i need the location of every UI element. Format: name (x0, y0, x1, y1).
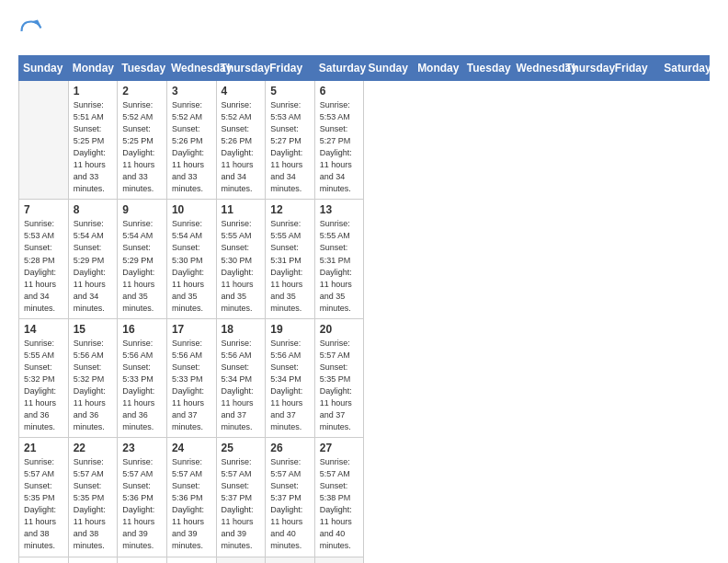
day-info: Sunrise: 5:52 AMSunset: 5:26 PMDaylight:… (172, 99, 211, 195)
day-number: 4 (222, 85, 261, 98)
logo (18, 18, 48, 44)
day-info: Sunrise: 5:55 AMSunset: 5:30 PMDaylight:… (222, 218, 261, 314)
calendar-week-row: 28Sunrise: 5:57 AMSunset: 5:38 PMDayligh… (19, 557, 710, 563)
day-info: Sunrise: 5:55 AMSunset: 5:31 PMDaylight:… (320, 218, 359, 314)
calendar-cell: 25Sunrise: 5:57 AMSunset: 5:37 PMDayligh… (216, 438, 266, 557)
calendar-cell: 28Sunrise: 5:57 AMSunset: 5:38 PMDayligh… (19, 557, 69, 563)
day-info: Sunrise: 5:55 AMSunset: 5:32 PMDaylight:… (24, 338, 63, 433)
calendar-cell: 27Sunrise: 5:57 AMSunset: 5:38 PMDayligh… (314, 438, 364, 557)
calendar-cell: 10Sunrise: 5:54 AMSunset: 5:30 PMDayligh… (166, 200, 216, 318)
day-number: 5 (270, 85, 310, 98)
calendar-week-row: 14Sunrise: 5:55 AMSunset: 5:32 PMDayligh… (19, 318, 710, 437)
day-number: 6 (320, 85, 359, 98)
day-info: Sunrise: 5:56 AMSunset: 5:33 PMDaylight:… (172, 338, 211, 433)
calendar-week-row: 21Sunrise: 5:57 AMSunset: 5:35 PMDayligh… (19, 438, 710, 557)
day-header-sunday: Sunday (19, 56, 69, 81)
calendar-cell: 3Sunrise: 5:52 AMSunset: 5:26 PMDaylight… (166, 81, 216, 200)
calendar-cell: 23Sunrise: 5:57 AMSunset: 5:36 PMDayligh… (118, 438, 167, 557)
day-info: Sunrise: 5:57 AMSunset: 5:36 PMDaylight:… (172, 456, 211, 552)
day-number: 10 (172, 203, 211, 216)
calendar-cell: 6Sunrise: 5:53 AMSunset: 5:27 PMDaylight… (314, 81, 364, 200)
day-number: 22 (74, 442, 113, 454)
calendar-cell (314, 557, 364, 563)
calendar-cell: 18Sunrise: 5:56 AMSunset: 5:34 PMDayligh… (216, 318, 266, 437)
page-header (18, 18, 710, 44)
day-info: Sunrise: 5:55 AMSunset: 5:31 PMDaylight:… (270, 218, 310, 314)
day-header-wednesday: Wednesday (512, 56, 562, 81)
calendar-cell: 26Sunrise: 5:57 AMSunset: 5:37 PMDayligh… (266, 438, 315, 557)
day-number: 21 (24, 442, 63, 454)
day-number: 15 (74, 323, 113, 336)
day-header-friday: Friday (266, 56, 315, 81)
calendar-cell: 1Sunrise: 5:51 AMSunset: 5:25 PMDaylight… (68, 81, 118, 200)
day-info: Sunrise: 5:56 AMSunset: 5:32 PMDaylight:… (74, 338, 113, 433)
day-number: 24 (172, 442, 211, 454)
day-number: 17 (172, 323, 211, 336)
calendar-cell: 20Sunrise: 5:57 AMSunset: 5:35 PMDayligh… (314, 318, 364, 437)
day-header-saturday: Saturday (314, 56, 364, 81)
day-info: Sunrise: 5:53 AMSunset: 5:27 PMDaylight:… (270, 99, 310, 195)
calendar-cell: 16Sunrise: 5:56 AMSunset: 5:33 PMDayligh… (118, 318, 167, 437)
calendar-cell: 29Sunrise: 5:57 AMSunset: 5:38 PMDayligh… (68, 557, 118, 563)
day-info: Sunrise: 5:56 AMSunset: 5:34 PMDaylight:… (270, 338, 310, 433)
day-header-tuesday: Tuesday (462, 56, 512, 81)
day-header-thursday: Thursday (562, 56, 611, 81)
day-number: 3 (172, 85, 211, 98)
day-info: Sunrise: 5:52 AMSunset: 5:25 PMDaylight:… (122, 99, 162, 195)
day-number: 25 (222, 442, 261, 454)
day-number: 19 (270, 323, 310, 336)
calendar-cell (216, 557, 266, 563)
day-number: 23 (122, 442, 162, 454)
day-number: 2 (122, 85, 162, 98)
calendar-cell: 30Sunrise: 5:57 AMSunset: 5:39 PMDayligh… (118, 557, 167, 563)
day-number: 26 (270, 442, 310, 454)
day-header-wednesday: Wednesday (166, 56, 216, 81)
day-info: Sunrise: 5:53 AMSunset: 5:28 PMDaylight:… (24, 218, 63, 314)
day-info: Sunrise: 5:56 AMSunset: 5:33 PMDaylight:… (122, 338, 162, 433)
day-info: Sunrise: 5:54 AMSunset: 5:30 PMDaylight:… (172, 218, 211, 314)
day-info: Sunrise: 5:54 AMSunset: 5:29 PMDaylight:… (74, 218, 113, 314)
calendar-cell: 17Sunrise: 5:56 AMSunset: 5:33 PMDayligh… (166, 318, 216, 437)
day-info: Sunrise: 5:51 AMSunset: 5:25 PMDaylight:… (74, 99, 113, 195)
day-info: Sunrise: 5:57 AMSunset: 5:37 PMDaylight:… (222, 456, 261, 552)
calendar-cell: 8Sunrise: 5:54 AMSunset: 5:29 PMDaylight… (68, 200, 118, 318)
calendar-cell: 12Sunrise: 5:55 AMSunset: 5:31 PMDayligh… (266, 200, 315, 318)
day-info: Sunrise: 5:56 AMSunset: 5:34 PMDaylight:… (222, 338, 261, 433)
calendar-cell: 15Sunrise: 5:56 AMSunset: 5:32 PMDayligh… (68, 318, 118, 437)
day-header-monday: Monday (68, 56, 118, 81)
day-info: Sunrise: 5:52 AMSunset: 5:26 PMDaylight:… (222, 99, 261, 195)
calendar-cell: 14Sunrise: 5:55 AMSunset: 5:32 PMDayligh… (19, 318, 69, 437)
calendar-cell: 9Sunrise: 5:54 AMSunset: 5:29 PMDaylight… (118, 200, 167, 318)
calendar-cell: 13Sunrise: 5:55 AMSunset: 5:31 PMDayligh… (314, 200, 364, 318)
calendar-header-row: SundayMondayTuesdayWednesdayThursdayFrid… (19, 56, 710, 81)
day-header-sunday: Sunday (364, 56, 414, 81)
day-info: Sunrise: 5:54 AMSunset: 5:29 PMDaylight:… (122, 218, 162, 314)
calendar-cell: 2Sunrise: 5:52 AMSunset: 5:25 PMDaylight… (118, 81, 167, 200)
calendar-cell: 11Sunrise: 5:55 AMSunset: 5:30 PMDayligh… (216, 200, 266, 318)
day-header-monday: Monday (414, 56, 463, 81)
day-info: Sunrise: 5:57 AMSunset: 5:36 PMDaylight:… (122, 456, 162, 552)
day-number: 14 (24, 323, 63, 336)
calendar-week-row: 1Sunrise: 5:51 AMSunset: 5:25 PMDaylight… (19, 81, 710, 200)
calendar-table: SundayMondayTuesdayWednesdayThursdayFrid… (18, 55, 710, 563)
day-header-tuesday: Tuesday (118, 56, 167, 81)
day-info: Sunrise: 5:53 AMSunset: 5:27 PMDaylight:… (320, 99, 359, 195)
day-info: Sunrise: 5:57 AMSunset: 5:35 PMDaylight:… (24, 456, 63, 552)
calendar-cell (19, 81, 69, 200)
day-number: 16 (122, 323, 162, 336)
day-header-saturday: Saturday (660, 56, 710, 81)
day-header-thursday: Thursday (216, 56, 266, 81)
day-number: 12 (270, 203, 310, 216)
calendar-cell (266, 557, 315, 563)
day-number: 9 (122, 203, 162, 216)
day-number: 8 (74, 203, 113, 216)
day-info: Sunrise: 5:57 AMSunset: 5:37 PMDaylight:… (270, 456, 310, 552)
calendar-cell: 4Sunrise: 5:52 AMSunset: 5:26 PMDaylight… (216, 81, 266, 200)
day-number: 18 (222, 323, 261, 336)
day-header-friday: Friday (610, 56, 660, 81)
day-number: 27 (320, 442, 359, 454)
calendar-week-row: 7Sunrise: 5:53 AMSunset: 5:28 PMDaylight… (19, 200, 710, 318)
day-number: 7 (24, 203, 63, 216)
calendar-cell: 5Sunrise: 5:53 AMSunset: 5:27 PMDaylight… (266, 81, 315, 200)
calendar-cell: 31Sunrise: 5:57 AMSunset: 5:39 PMDayligh… (166, 557, 216, 563)
